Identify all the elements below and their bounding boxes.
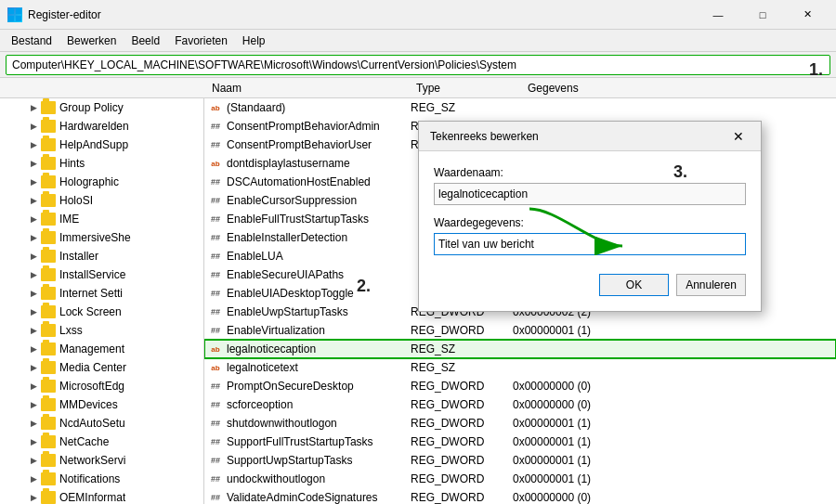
tree-item[interactable]: ▶OEMInformat: [0, 488, 203, 504]
table-row[interactable]: ##ValidateAdminCodeSignaturesREG_DWORD0x…: [204, 488, 836, 504]
reg-dword-icon: ##: [209, 288, 222, 299]
entry-name: EnableFullTrustStartupTasks: [225, 213, 411, 226]
entry-name: (Standaard): [225, 101, 411, 114]
step3-badge: 3.: [673, 162, 687, 182]
folder-icon: [41, 138, 56, 151]
col-header-type: Type: [409, 82, 520, 95]
folder-icon: [41, 324, 56, 337]
address-input[interactable]: [6, 55, 830, 75]
table-row[interactable]: ##undockwithoutlogonREG_DWORD0x00000001 …: [204, 470, 836, 488]
menu-bar: Bestand Bewerken Beeld Favorieten Help: [0, 30, 836, 52]
table-row[interactable]: ##shutdownwithoutlogonREG_DWORD0x0000000…: [204, 414, 836, 433]
table-row[interactable]: ##SupportUwpStartupTasksREG_DWORD0x00000…: [204, 451, 836, 470]
tree-item[interactable]: ▶Media Center: [0, 358, 203, 377]
entry-name: scforceoption: [225, 398, 411, 411]
tree-item[interactable]: ▶MicrosoftEdg: [0, 377, 203, 395]
tree-label: ImmersiveShe: [59, 231, 131, 244]
tree-item[interactable]: ▶MMDevices: [0, 395, 203, 414]
reg-dword-icon: ##: [209, 381, 222, 392]
menu-help[interactable]: Help: [235, 32, 273, 49]
table-row[interactable]: ablegalnoticecaptionREG_SZ: [204, 340, 836, 358]
menu-view[interactable]: Beeld: [124, 32, 167, 49]
menu-file[interactable]: Bestand: [4, 32, 59, 49]
folder-icon: [41, 472, 56, 485]
reg-sz-icon: ab: [209, 102, 222, 113]
reg-dword-icon: ##: [209, 325, 222, 336]
entry-type: REG_DWORD: [411, 417, 513, 430]
tree-arrow-icon: ▶: [26, 214, 41, 224]
table-row[interactable]: ##PromptOnSecureDesktopREG_DWORD0x000000…: [204, 377, 836, 395]
folder-icon: [41, 435, 56, 448]
tree-item[interactable]: ▶NetCache: [0, 433, 203, 451]
entry-name: EnableInstallerDetection: [225, 231, 411, 244]
tree-arrow-icon: ▶: [26, 474, 41, 484]
folder-icon: [41, 268, 56, 281]
close-button[interactable]: ✕: [786, 0, 829, 30]
field-data-input[interactable]: [434, 233, 746, 255]
tree-item[interactable]: ▶Installer: [0, 247, 203, 265]
tree-label: Internet Setti: [59, 287, 123, 300]
folder-icon: [41, 157, 56, 170]
window-controls: — □ ✕: [697, 0, 829, 30]
dialog-close-button[interactable]: ✕: [727, 125, 750, 148]
tree-label: Hints: [59, 157, 85, 170]
entry-data: 0x00000001 (1): [513, 454, 834, 467]
reg-dword-icon: ##: [209, 473, 222, 485]
menu-favorites[interactable]: Favorieten: [167, 32, 235, 49]
entry-name: ValidateAdminCodeSignatures: [225, 491, 411, 504]
tree-item[interactable]: ▶Hardwarelden: [0, 117, 203, 136]
maximize-button[interactable]: □: [741, 0, 784, 30]
tree-item[interactable]: ▶Lxss: [0, 321, 203, 340]
table-row[interactable]: ablegalnoticetextREG_SZ: [204, 358, 836, 377]
tree-item[interactable]: ▶NcdAutoSetu: [0, 414, 203, 433]
tree-label: Installer: [59, 250, 98, 263]
tree-item[interactable]: ▶Hints: [0, 154, 203, 173]
folder-icon: [41, 417, 56, 430]
entry-name: dontdisplaylastusername: [225, 157, 411, 170]
table-row[interactable]: ab(Standaard)REG_SZ: [204, 98, 836, 117]
tree-item[interactable]: ▶HelpAndSupp: [0, 136, 203, 154]
ok-button[interactable]: OK: [599, 274, 669, 296]
entry-type: REG_SZ: [411, 361, 513, 374]
tree-arrow-icon: ▶: [26, 233, 41, 242]
reg-dword-icon: ##: [209, 455, 222, 466]
tree-arrow-icon: ▶: [26, 493, 41, 502]
minimize-button[interactable]: —: [697, 0, 739, 30]
table-row[interactable]: ##scforceoptionREG_DWORD0x00000000 (0): [204, 395, 836, 414]
tree-item[interactable]: ▶HoloSI: [0, 191, 203, 210]
table-row[interactable]: ##SupportFullTrustStartupTasksREG_DWORD0…: [204, 433, 836, 451]
tree-label: Group Policy: [59, 101, 124, 114]
tree-item[interactable]: ▶IME: [0, 210, 203, 228]
tree-item[interactable]: ▶Holographic: [0, 173, 203, 191]
tree-item[interactable]: ▶Lock Screen: [0, 303, 203, 321]
tree-item[interactable]: ▶NetworkServi: [0, 451, 203, 470]
cancel-button[interactable]: Annuleren: [676, 274, 746, 296]
tree-item[interactable]: ▶Internet Setti: [0, 284, 203, 303]
svg-rect-3: [16, 16, 21, 21]
menu-edit[interactable]: Bewerken: [59, 32, 124, 49]
tree-item[interactable]: ▶Group Policy: [0, 98, 203, 117]
tree-item[interactable]: ▶Management: [0, 340, 203, 358]
dialog-tekenreeks: Tekenreeks bewerken ✕ Waardenaam: Waarde…: [418, 121, 762, 312]
reg-dword-icon: ##: [209, 399, 222, 410]
tree-arrow-icon: ▶: [26, 307, 41, 317]
folder-icon: [41, 231, 56, 244]
field-name-input[interactable]: [434, 183, 746, 205]
folder-icon: [41, 175, 56, 188]
tree-arrow-icon: ▶: [26, 400, 41, 409]
reg-sz-icon: ab: [209, 362, 222, 373]
app-icon: [7, 7, 22, 22]
entry-data: 0x00000001 (1): [513, 472, 834, 485]
col-header-data: Gegevens: [520, 82, 836, 95]
folder-icon: [41, 305, 56, 318]
folder-icon: [41, 491, 56, 504]
tree-item[interactable]: ▶ImmersiveShe: [0, 228, 203, 247]
tree-item[interactable]: ▶Notifications: [0, 470, 203, 488]
entry-name: SupportFullTrustStartupTasks: [225, 435, 411, 448]
address-bar: [0, 52, 836, 78]
tree-arrow-icon: ▶: [26, 419, 41, 428]
step1-badge: 1.: [809, 60, 823, 80]
tree-arrow-icon: ▶: [26, 196, 41, 205]
table-row[interactable]: ##EnableVirtualizationREG_DWORD0x0000000…: [204, 321, 836, 340]
tree-item[interactable]: ▶InstallService: [0, 265, 203, 284]
